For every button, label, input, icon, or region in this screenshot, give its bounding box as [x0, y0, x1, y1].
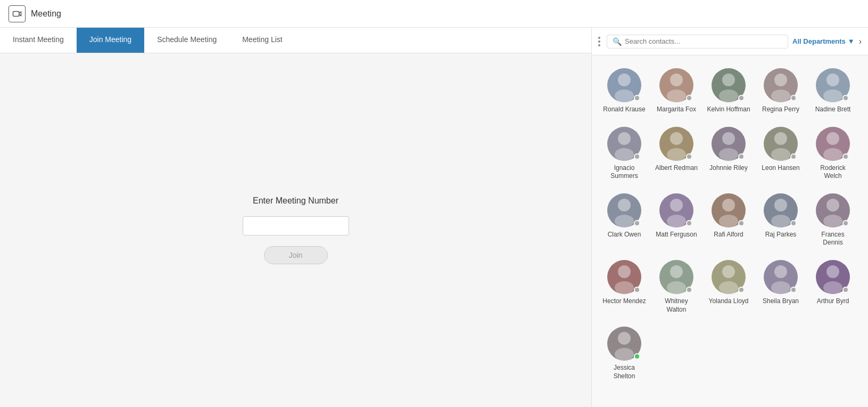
- svg-point-3: [670, 74, 683, 86]
- svg-point-31: [618, 265, 631, 278]
- join-button[interactable]: Join: [264, 246, 328, 264]
- avatar: [607, 260, 641, 294]
- status-dot: [842, 95, 849, 101]
- avatar: [659, 68, 693, 102]
- contact-item[interactable]: Nadine Brett: [809, 64, 857, 118]
- avatar: [712, 127, 746, 161]
- contact-item[interactable]: Hector Mendez: [600, 256, 648, 318]
- meeting-number-input[interactable]: [243, 216, 349, 235]
- svg-point-15: [722, 132, 735, 145]
- avatar: [712, 260, 746, 294]
- avatar: [764, 193, 798, 227]
- svg-point-35: [722, 265, 735, 278]
- contact-item[interactable]: Clark Owen: [600, 189, 648, 251]
- svg-point-26: [719, 215, 738, 227]
- contact-name: Roderick Welch: [811, 164, 855, 181]
- contact-item[interactable]: Sheila Bryan: [757, 256, 805, 318]
- contact-item[interactable]: Roderick Welch: [809, 123, 857, 185]
- svg-point-2: [615, 89, 634, 102]
- svg-point-41: [618, 332, 631, 345]
- contact-name: Kelvin Hoffman: [707, 105, 750, 114]
- tab-meeting-list[interactable]: Meeting List: [229, 28, 295, 53]
- svg-point-40: [823, 281, 842, 294]
- svg-point-13: [670, 132, 683, 145]
- avatar: [764, 127, 798, 161]
- avatar: [659, 127, 693, 161]
- contact-item[interactable]: Matt Ferguson: [652, 189, 700, 251]
- status-dot: [842, 287, 849, 293]
- contact-item[interactable]: Raj Parkes: [757, 189, 805, 251]
- contact-name: Regina Perry: [762, 105, 799, 114]
- avatar: [607, 327, 641, 361]
- svg-point-28: [771, 215, 790, 227]
- form-title: Enter Meeting Number: [253, 196, 338, 206]
- svg-rect-0: [13, 11, 19, 16]
- contact-name: Albert Redman: [655, 164, 698, 173]
- contact-name: Raj Parkes: [765, 231, 797, 239]
- svg-point-17: [774, 132, 787, 145]
- status-dot: [634, 153, 640, 160]
- contacts-header: 🔍 All Departments ▼ ›: [592, 28, 868, 55]
- svg-point-22: [615, 215, 634, 227]
- contact-item[interactable]: Regina Perry: [757, 64, 805, 118]
- svg-point-16: [719, 148, 738, 161]
- contact-item[interactable]: Arthur Byrd: [809, 256, 857, 318]
- content-area: Enter Meeting Number Join: [0, 53, 591, 407]
- status-dot: [790, 153, 797, 160]
- app-title: Meeting: [31, 9, 61, 19]
- search-icon: 🔍: [613, 37, 622, 46]
- svg-point-34: [667, 281, 686, 294]
- search-box[interactable]: 🔍: [607, 35, 788, 48]
- contact-item[interactable]: Jessica Shelton: [600, 322, 648, 385]
- meeting-icon: [9, 5, 26, 22]
- avatar: [816, 68, 850, 102]
- contacts-grid: Ronald Krause Margarita Fox Kelvin Hoffm…: [592, 55, 868, 407]
- svg-point-11: [618, 132, 631, 145]
- contact-name: Jessica Shelton: [602, 364, 646, 380]
- contact-item[interactable]: Yolanda Lloyd: [705, 256, 753, 318]
- tab-instant-meeting[interactable]: Instant Meeting: [0, 28, 77, 53]
- contact-item[interactable]: Whitney Walton: [652, 256, 700, 318]
- svg-point-29: [826, 199, 839, 211]
- contact-name: Arthur Byrd: [817, 297, 849, 306]
- search-input[interactable]: [625, 37, 782, 45]
- more-options-icon[interactable]: [598, 37, 600, 46]
- svg-point-30: [823, 215, 842, 227]
- svg-point-32: [615, 281, 634, 294]
- svg-point-9: [826, 74, 839, 86]
- left-panel: Instant MeetingJoin MeetingSchedule Meet…: [0, 28, 591, 407]
- tab-join-meeting[interactable]: Join Meeting: [77, 28, 144, 53]
- main-layout: Instant MeetingJoin MeetingSchedule Meet…: [0, 28, 868, 407]
- status-dot: [738, 153, 745, 160]
- avatar: [712, 68, 746, 102]
- contact-item[interactable]: Ignacio Summers: [600, 123, 648, 185]
- contact-item[interactable]: Margarita Fox: [652, 64, 700, 118]
- dept-filter[interactable]: All Departments ▼: [792, 37, 855, 45]
- contact-item[interactable]: Ronald Krause: [600, 64, 648, 118]
- svg-point-7: [774, 74, 787, 86]
- svg-point-37: [774, 265, 787, 278]
- contact-item[interactable]: Leon Hansen: [757, 123, 805, 185]
- svg-point-42: [615, 348, 634, 361]
- status-dot: [842, 153, 849, 160]
- contact-item[interactable]: Frances Dennis: [809, 189, 857, 251]
- contact-item[interactable]: Rafi Alford: [705, 189, 753, 251]
- contact-name: Hector Mendez: [602, 297, 646, 306]
- status-dot: [634, 353, 640, 360]
- status-dot: [634, 95, 640, 101]
- status-dot: [842, 220, 849, 226]
- contact-name: Ignacio Summers: [602, 164, 646, 181]
- contact-item[interactable]: Kelvin Hoffman: [705, 64, 753, 118]
- svg-point-4: [667, 89, 686, 102]
- contact-name: Leon Hansen: [762, 164, 799, 173]
- tab-schedule-meeting[interactable]: Schedule Meeting: [144, 28, 229, 53]
- contact-item[interactable]: Johnnie Riley: [705, 123, 753, 185]
- status-dot: [738, 220, 745, 226]
- contact-item[interactable]: Albert Redman: [652, 123, 700, 185]
- chevron-right-icon[interactable]: ›: [859, 37, 862, 46]
- avatar: [607, 127, 641, 161]
- avatar: [712, 193, 746, 227]
- svg-point-33: [670, 265, 683, 278]
- contact-name: Whitney Walton: [655, 297, 698, 314]
- contact-name: Margarita Fox: [657, 105, 696, 114]
